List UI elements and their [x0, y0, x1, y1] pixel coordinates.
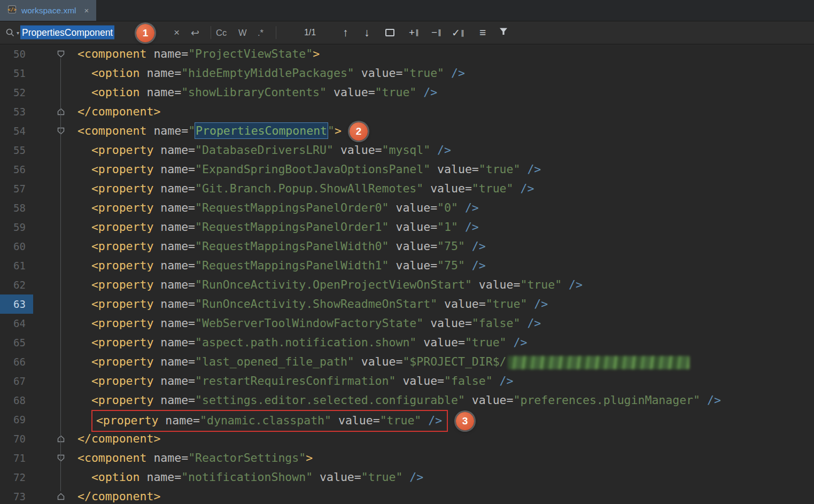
token-plain — [77, 143, 91, 157]
line-number[interactable]: 61 — [0, 256, 33, 275]
tab-close-icon[interactable]: × — [84, 6, 89, 15]
line-number[interactable]: 67 — [0, 371, 33, 391]
code-text[interactable]: <component name="ReactorSettings"> — [77, 448, 313, 468]
fold-gutter — [55, 198, 67, 218]
filter-icon[interactable] — [499, 28, 508, 38]
code-text[interactable]: </component> — [77, 102, 160, 121]
line-number[interactable]: 54 — [0, 121, 33, 141]
fold-guide-line — [60, 58, 61, 491]
next-match-icon[interactable]: ↓ — [364, 26, 370, 39]
code-text[interactable]: <property name="RequestMappingsPanelOrde… — [77, 218, 479, 237]
token-attr: name= — [146, 47, 188, 60]
line-number[interactable]: 53 — [0, 102, 33, 121]
ide-window: </> workspace.xml × ▾ PropertiesComponen… — [0, 0, 814, 504]
code-text[interactable]: <property name="restartRequiresConfirmat… — [77, 371, 514, 391]
code-text[interactable]: </component> — [77, 487, 160, 504]
fold-gutter — [55, 141, 67, 160]
code-text[interactable]: <property name="dynamic.classpath" value… — [77, 410, 474, 429]
line-number[interactable]: 60 — [0, 237, 33, 256]
line-number[interactable]: 50 — [0, 44, 33, 64]
token-str: "true" — [472, 182, 514, 195]
token-attr: value= — [354, 355, 403, 368]
regex-toggle[interactable]: .* — [258, 28, 263, 38]
code-text[interactable]: <property name="WebServerToolWindowFacto… — [77, 314, 541, 333]
line-number[interactable]: 66 — [0, 352, 33, 371]
line-number[interactable]: 59 — [0, 218, 33, 237]
code-text[interactable]: <option name="showLibraryContents" value… — [77, 83, 437, 102]
token-slash: /> — [700, 393, 721, 407]
token-attr: name= — [153, 336, 195, 349]
code-text[interactable]: <property name="aspect.path.notification… — [77, 333, 527, 352]
line-number[interactable]: 57 — [0, 179, 33, 198]
code-text[interactable]: <property name="RequestMappingsPanelOrde… — [77, 198, 479, 218]
code-text[interactable]: <property name="DatabaseDriversLRU" valu… — [77, 141, 451, 160]
code-text[interactable]: <option name="notificationShown" value="… — [77, 468, 423, 487]
code-text[interactable]: <property name="RequestMappingsPanelWidt… — [77, 256, 486, 275]
token-str: "showLibraryContents" — [181, 86, 327, 99]
fold-end-icon[interactable] — [55, 487, 67, 504]
line-number[interactable]: 55 — [0, 141, 33, 160]
code-text[interactable]: <property name="ExpandSpringBootJavaOpti… — [77, 160, 541, 179]
code-text[interactable]: <component name="ProjectViewState"> — [77, 44, 320, 64]
remove-occurrence-icon[interactable]: −∥ — [431, 27, 441, 38]
token-str: "true" — [375, 86, 417, 99]
newline-icon[interactable]: ↩ — [191, 27, 199, 39]
code-text[interactable]: <property name="settings.editor.selected… — [77, 391, 721, 410]
fold-start-icon[interactable] — [55, 448, 67, 468]
line-number[interactable]: 68 — [0, 391, 33, 410]
token-attr: name= — [153, 374, 195, 387]
tab-workspace-xml[interactable]: </> workspace.xml × — [0, 0, 96, 21]
token-slash: /> — [520, 316, 541, 330]
search-input[interactable]: PropertiesComponent — [20, 27, 114, 38]
token-str: "mysql" — [382, 143, 431, 157]
token-tag: <property — [91, 201, 154, 214]
search-options-icon[interactable]: ≡ — [479, 26, 486, 39]
code-text[interactable]: <option name="hideEmptyMiddlePackages" v… — [77, 64, 465, 83]
line-number[interactable]: 72 — [0, 468, 33, 487]
token-attr: name= — [153, 220, 195, 234]
code-text[interactable]: <property name="RunOnceActivity.ShowRead… — [77, 294, 548, 314]
line-number[interactable]: 63 — [0, 294, 33, 314]
line-number[interactable]: 70 — [0, 429, 33, 448]
token-attr: value= — [423, 182, 472, 195]
fold-start-icon[interactable] — [55, 44, 67, 64]
code-text[interactable]: </component> — [77, 429, 160, 448]
line-number[interactable]: 73 — [0, 487, 33, 504]
token-attr: value= — [416, 336, 465, 349]
previous-match-icon[interactable]: ↑ — [343, 26, 348, 39]
token-str: "RunOnceActivity.ShowReadmeOnStart" — [195, 297, 437, 311]
code-text[interactable]: <property name="RequestMappingsPanelWidt… — [77, 237, 486, 256]
line-number[interactable]: 71 — [0, 448, 33, 468]
add-occurrence-icon[interactable]: +∥ — [409, 27, 418, 38]
line-number[interactable]: 64 — [0, 314, 33, 333]
token-str: "true" — [402, 66, 444, 80]
match-case-toggle[interactable]: Cc — [216, 28, 227, 38]
fold-end-icon[interactable] — [55, 429, 67, 448]
line-number[interactable]: 69 — [0, 410, 33, 429]
tab-label: workspace.xml — [21, 6, 76, 15]
select-all-occurrences-icon[interactable]: ✓∥ — [452, 27, 463, 39]
line-number[interactable]: 52 — [0, 83, 33, 102]
open-in-find-window-icon[interactable] — [385, 29, 394, 36]
code-line-51: 51 <option name="hideEmptyMiddlePackages… — [0, 64, 814, 83]
code-editor[interactable]: 50<component name="ProjectViewState">51 … — [0, 44, 814, 504]
code-text[interactable]: <component name="PropertiesComponent">2 — [77, 121, 368, 141]
code-line-58: 58 <property name="RequestMappingsPanelO… — [0, 198, 814, 218]
search-icon[interactable]: ▾ — [5, 28, 19, 37]
annotation-red-box: <property name="dynamic.classpath" value… — [91, 410, 448, 432]
token-attr: value= — [313, 470, 361, 484]
fold-end-icon[interactable] — [55, 102, 67, 121]
code-text[interactable]: <property name="RunOnceActivity.OpenProj… — [77, 275, 583, 294]
words-toggle[interactable]: W — [238, 28, 247, 38]
search-history-caret-icon[interactable]: ▾ — [17, 30, 19, 36]
line-number[interactable]: 56 — [0, 160, 33, 179]
token-attr: name= — [153, 259, 195, 272]
code-text[interactable]: <property name="last_opened_file_path" v… — [77, 352, 689, 371]
clear-search-icon[interactable]: × — [174, 27, 180, 38]
line-number[interactable]: 51 — [0, 64, 33, 83]
line-number[interactable]: 58 — [0, 198, 33, 218]
line-number[interactable]: 62 — [0, 275, 33, 294]
line-number[interactable]: 65 — [0, 333, 33, 352]
code-text[interactable]: <property name="Git.Branch.Popup.ShowAll… — [77, 179, 534, 198]
fold-start-icon[interactable] — [55, 121, 67, 141]
